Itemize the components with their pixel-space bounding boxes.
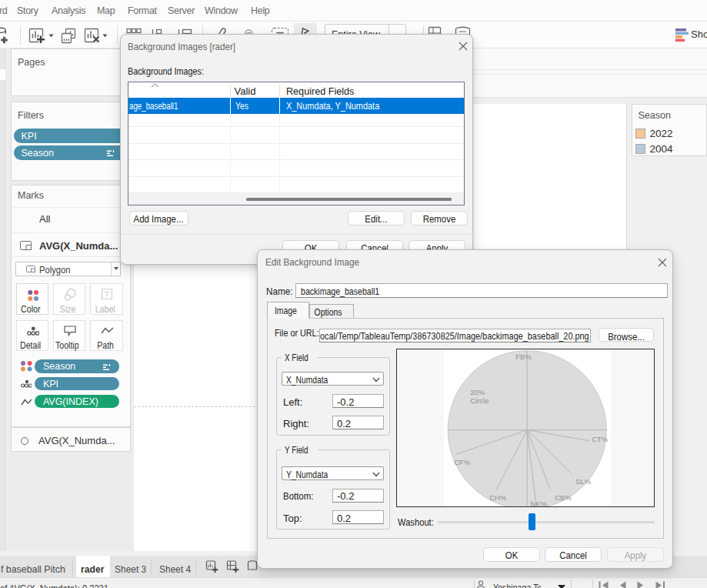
svg-text:20%: 20% [470, 388, 485, 396]
svg-text:CH%: CH% [489, 493, 507, 502]
svg-text:CF%: CF% [454, 458, 471, 466]
svg-text:FB%: FB% [515, 352, 532, 361]
svg-text:CT%: CT% [592, 435, 609, 443]
svg-text:SL%: SL% [575, 477, 592, 486]
svg-text:Circle: Circle [470, 396, 489, 405]
svg-text:NK%: NK% [530, 499, 547, 506]
svg-text:CB%: CB% [555, 493, 572, 502]
svg-text:Show Me: Show Me [691, 28, 707, 40]
